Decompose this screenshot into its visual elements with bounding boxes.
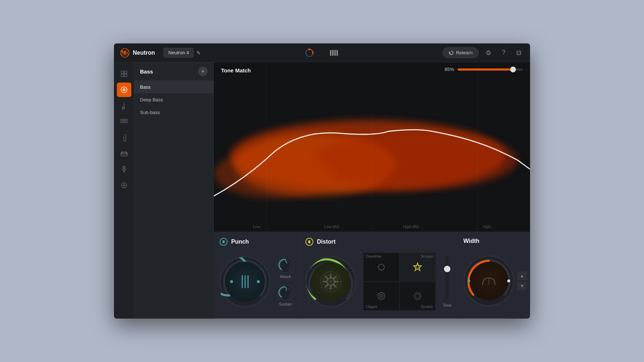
svg-line-69 [383, 298, 384, 299]
width-knob[interactable] [463, 256, 514, 306]
attack-knob[interactable] [277, 257, 293, 273]
sidebar-item-eq[interactable] [117, 83, 131, 97]
svg-point-28 [123, 137, 124, 138]
attack-label: Attack [280, 274, 291, 279]
punch-knob[interactable] [220, 256, 270, 307]
svg-rect-27 [125, 119, 126, 121]
relearn-label: Relearn [456, 50, 473, 55]
punch-lines [242, 275, 249, 288]
freq-label-high: High [483, 224, 491, 229]
category-title: Bass [140, 68, 153, 75]
relearn-button[interactable]: Relearn [442, 47, 479, 58]
svg-line-66 [379, 294, 380, 295]
matrix-cell-clipper[interactable]: Clipper [363, 282, 399, 311]
bottom-panels: Punch [214, 232, 530, 319]
sidebar-item-drum[interactable] [117, 146, 131, 161]
preset-area: Neutron 4 ✎ [164, 48, 201, 58]
svg-rect-34 [123, 166, 125, 169]
width-up-button[interactable]: ▲ [517, 272, 527, 280]
color-wheel-button[interactable] [303, 46, 316, 59]
distort-panel: Distort [300, 232, 458, 319]
punch-knob-inner [225, 262, 265, 302]
app-window: Neutron Neutron 4 ✎ [114, 43, 530, 319]
grid-view-button[interactable] [327, 46, 340, 59]
punch-mini-knobs: Attack Sustain [277, 257, 293, 306]
distort-panel-body: Overdrive [305, 250, 452, 313]
tone-v-slider[interactable] [445, 256, 449, 299]
svg-point-29 [123, 138, 124, 139]
svg-marker-53 [321, 280, 329, 283]
spectrum-viz: Low Low-Mid High-Mid High [214, 62, 530, 232]
width-knob-container: ▲ ▼ [463, 256, 514, 306]
svg-line-77 [420, 294, 420, 294]
freq-label-high-mid: High-Mid [403, 224, 419, 229]
width-down-button[interactable]: ▼ [517, 282, 527, 290]
width-panel-header: Width [463, 238, 524, 244]
tone-match-title: Tone Match [221, 67, 251, 73]
category-item-sub-bass[interactable]: Sub-bass [134, 106, 213, 119]
tone-label: Tone [443, 303, 452, 307]
svg-point-4 [122, 51, 123, 52]
settings-button[interactable]: ⚙ [483, 47, 494, 58]
matrix-cell-scream[interactable]: Scream [399, 253, 436, 282]
logo-area: Neutron [120, 48, 155, 58]
sustain-knob-indicator [286, 287, 287, 291]
add-category-button[interactable]: + [198, 67, 208, 76]
svg-point-1 [124, 52, 126, 54]
sidebar-item-guitar[interactable] [117, 98, 131, 113]
freq-label-low-mid: Low-Mid [324, 224, 339, 229]
sidebar [114, 62, 134, 319]
svg-line-79 [420, 298, 420, 299]
tone-control: Tone [443, 256, 452, 307]
svg-rect-10 [334, 50, 336, 56]
svg-marker-51 [329, 284, 332, 291]
sidebar-item-keys[interactable] [117, 114, 131, 129]
matrix-cell-overdrive[interactable]: Overdrive [363, 253, 399, 282]
distort-power-button[interactable] [305, 238, 313, 246]
midi-button[interactable] [513, 47, 524, 58]
punch-line-2 [245, 275, 246, 288]
sidebar-item-voice[interactable] [117, 162, 131, 177]
svg-rect-14 [124, 71, 127, 73]
app-name: Neutron [133, 50, 155, 56]
svg-point-6 [309, 49, 310, 50]
scream-noise [400, 253, 435, 281]
scratch-label: Scratch [421, 305, 433, 309]
help-button[interactable]: ? [498, 47, 509, 58]
tone-match-area: Tone Match 85% [214, 62, 530, 232]
svg-line-67 [383, 294, 384, 295]
punch-power-button[interactable] [220, 238, 228, 246]
distort-panel-header: Distort [305, 238, 452, 246]
tone-slider[interactable] [458, 68, 523, 71]
svg-rect-8 [330, 50, 331, 56]
tone-v-slider-thumb[interactable] [444, 266, 450, 272]
punch-title: Punch [231, 239, 249, 245]
svg-rect-11 [336, 50, 338, 56]
sidebar-item-sax[interactable] [117, 130, 131, 145]
distort-title: Distort [317, 239, 336, 245]
svg-rect-9 [332, 50, 334, 56]
tone-percent: 85% [445, 67, 454, 72]
edit-preset-icon[interactable]: ✎ [196, 50, 201, 56]
svg-line-76 [415, 294, 416, 294]
svg-rect-15 [121, 74, 124, 77]
clipper-label: Clipper [366, 305, 377, 309]
width-panel: Width [458, 232, 530, 319]
punch-line-3 [247, 275, 249, 288]
width-panel-body: ▲ ▼ [463, 249, 524, 313]
preset-name-input[interactable]: Neutron 4 [164, 48, 194, 58]
sidebar-item-add[interactable] [117, 178, 131, 193]
svg-point-19 [124, 89, 124, 90]
svg-point-42 [315, 131, 518, 189]
matrix-cell-scratch[interactable]: Scratch [399, 282, 436, 311]
width-arrows: ▲ ▼ [517, 272, 527, 290]
category-item-deep-bass[interactable]: Deep Bass [134, 93, 213, 106]
distort-knob[interactable] [305, 256, 356, 307]
tone-slider-thumb[interactable] [510, 67, 516, 72]
distort-mandala-icon [320, 271, 342, 292]
sustain-knob[interactable] [277, 285, 293, 300]
sidebar-item-comp[interactable] [117, 67, 131, 81]
distort-knob-inner [311, 262, 350, 301]
freq-labels: Low Low-Mid High-Mid High [214, 224, 530, 229]
category-item-bass[interactable]: Bass [134, 81, 213, 93]
